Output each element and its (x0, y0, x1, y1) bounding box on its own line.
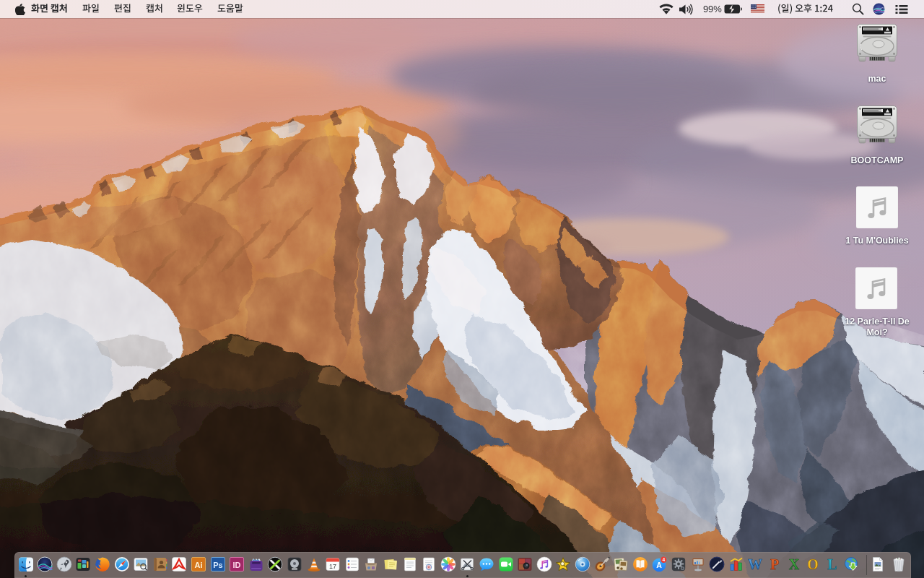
svg-text:P: P (770, 556, 779, 572)
svg-text:W: W (748, 556, 762, 572)
svg-text:A: A (657, 561, 663, 569)
svg-text:Ps: Ps (213, 561, 222, 569)
svg-text:17: 17 (329, 563, 336, 570)
svg-text:4: 4 (663, 557, 666, 562)
svg-text:L: L (827, 556, 837, 572)
svg-text:ID: ID (233, 561, 241, 569)
svg-text:O: O (807, 556, 819, 572)
svg-text:X: X (788, 556, 799, 572)
svg-text:Ai: Ai (194, 561, 202, 569)
